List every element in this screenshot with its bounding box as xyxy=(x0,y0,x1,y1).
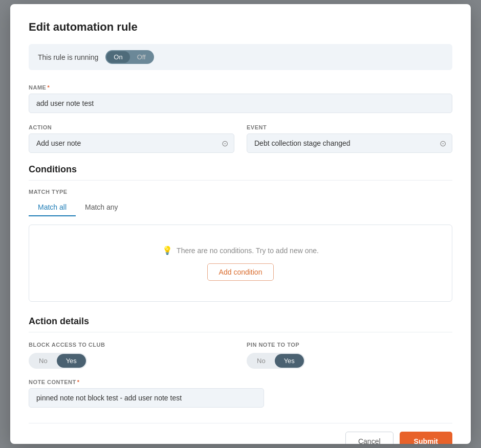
name-input[interactable] xyxy=(29,94,452,113)
event-field-section: EVENT Debt collection stage changed ⊙ xyxy=(247,124,452,153)
name-field-label: NAME* xyxy=(29,84,452,91)
pin-note-label: PIN NOTE TO TOP xyxy=(247,342,452,348)
conditions-title: Conditions xyxy=(29,164,452,181)
modal-title: Edit automation rule xyxy=(29,20,452,34)
conditions-box: 💡 There are no conditions. Try to add ne… xyxy=(29,225,452,302)
submit-button[interactable]: Submit xyxy=(400,432,452,444)
event-select[interactable]: Debt collection stage changed xyxy=(247,133,452,153)
modal-footer: Cancel Submit xyxy=(29,423,452,444)
action-field-label: ACTION xyxy=(29,124,234,130)
pin-note-toggle: No Yes xyxy=(247,353,305,369)
rule-status-label: This rule is running xyxy=(38,53,98,61)
note-required-indicator: * xyxy=(77,379,80,385)
toggle-on-button[interactable]: On xyxy=(106,51,129,63)
bulb-icon: 💡 xyxy=(162,245,172,255)
add-condition-button[interactable]: Add condition xyxy=(207,263,274,281)
cancel-button[interactable]: Cancel xyxy=(345,432,393,444)
rule-toggle-group: On Off xyxy=(105,50,154,64)
event-select-wrapper: Debt collection stage changed ⊙ xyxy=(247,133,452,153)
block-access-row: BLOCK ACCESS TO CLUB No Yes PIN NOTE TO … xyxy=(29,342,452,369)
action-field-section: ACTION Add user note ⊙ xyxy=(29,124,234,153)
pin-note-no-button[interactable]: No xyxy=(248,354,275,368)
action-details-title: Action details xyxy=(29,316,452,332)
note-content-section: NOTE CONTENT* xyxy=(29,379,452,408)
block-access-yes-button[interactable]: Yes xyxy=(57,354,86,368)
event-field-label: EVENT xyxy=(247,124,452,130)
block-access-field: BLOCK ACCESS TO CLUB No Yes xyxy=(29,342,234,369)
note-content-label: NOTE CONTENT* xyxy=(29,379,452,385)
block-access-toggle: No Yes xyxy=(29,353,87,369)
name-required-indicator: * xyxy=(47,84,50,91)
match-all-tab[interactable]: Match all xyxy=(29,199,76,216)
rule-status-bar: This rule is running On Off xyxy=(29,44,452,70)
action-event-row: ACTION Add user note ⊙ EVENT Debt collec… xyxy=(29,124,452,153)
note-content-input[interactable] xyxy=(29,388,264,408)
action-select-wrapper: Add user note ⊙ xyxy=(29,133,234,153)
block-access-no-button[interactable]: No xyxy=(30,354,57,368)
block-access-label: BLOCK ACCESS TO CLUB xyxy=(29,342,234,348)
conditions-section: Conditions MATCH TYPE Match all Match an… xyxy=(29,164,452,302)
match-type-label: MATCH TYPE xyxy=(29,189,452,195)
name-field-section: NAME* xyxy=(29,84,452,113)
match-tabs: Match all Match any xyxy=(29,199,452,216)
pin-note-yes-button[interactable]: Yes xyxy=(275,354,304,368)
toggle-off-button[interactable]: Off xyxy=(130,51,153,63)
action-details-section: Action details BLOCK ACCESS TO CLUB No Y… xyxy=(29,316,452,408)
no-conditions-message: 💡 There are no conditions. Try to add ne… xyxy=(162,245,319,255)
pin-note-field: PIN NOTE TO TOP No Yes xyxy=(247,342,452,369)
action-select[interactable]: Add user note xyxy=(29,133,234,153)
match-any-tab[interactable]: Match any xyxy=(76,199,127,216)
edit-automation-modal: Edit automation rule This rule is runnin… xyxy=(10,4,471,444)
